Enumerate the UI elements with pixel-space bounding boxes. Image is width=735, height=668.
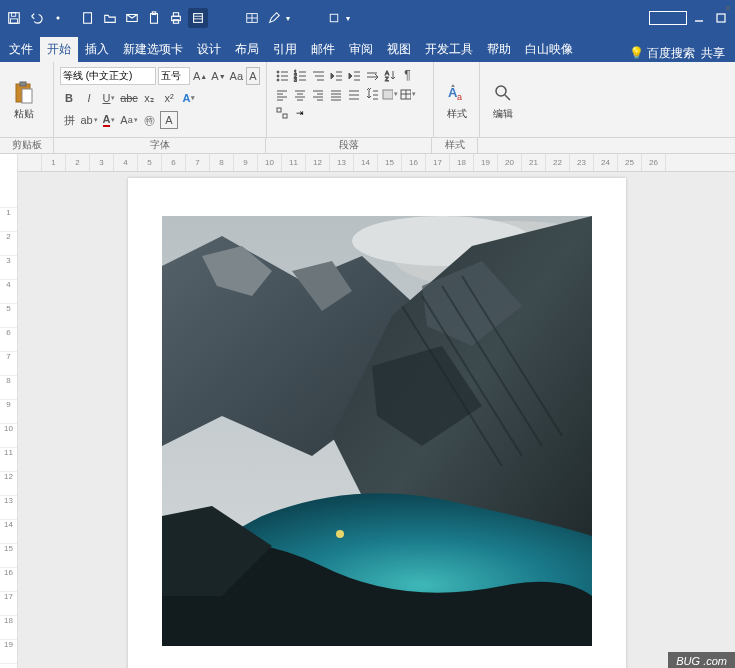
indent-dec-icon[interactable] xyxy=(327,66,344,83)
clipboard-icon[interactable] xyxy=(144,8,164,28)
reading-icon[interactable] xyxy=(188,8,208,28)
tab-file[interactable]: 文件 xyxy=(2,37,40,62)
mail-icon[interactable] xyxy=(122,8,142,28)
shrink-font-icon[interactable]: A▼ xyxy=(210,67,226,85)
multilevel-icon[interactable] xyxy=(309,66,326,83)
tab-mailings[interactable]: 邮件 xyxy=(304,37,342,62)
svg-line-79 xyxy=(505,95,510,100)
horizontal-ruler[interactable]: 1234567891011121314151617181920212223242… xyxy=(18,154,735,172)
document-canvas[interactable] xyxy=(18,154,735,668)
line-spacing-icon[interactable] xyxy=(363,85,380,102)
svg-text:a: a xyxy=(457,92,462,102)
font-size-input[interactable] xyxy=(158,67,190,85)
tab-custom[interactable]: 新建选项卡 xyxy=(116,37,190,62)
new-icon[interactable] xyxy=(78,8,98,28)
align-justify-icon[interactable] xyxy=(327,85,344,102)
svg-point-27 xyxy=(277,79,279,81)
vertical-ruler[interactable]: 12345678910111213141516171819 xyxy=(0,154,18,668)
indent-inc-icon[interactable] xyxy=(345,66,362,83)
title-bar: ▾ ▾ xyxy=(0,0,735,36)
grow-font-icon[interactable]: A▲ xyxy=(192,67,208,85)
italic-icon[interactable]: I xyxy=(80,89,98,107)
tab-help[interactable]: 帮助 xyxy=(480,37,518,62)
underline-icon[interactable]: U▾ xyxy=(100,89,118,107)
editing-button[interactable]: 编辑 xyxy=(486,64,520,137)
group-editing: 编辑 xyxy=(480,62,526,137)
change-case-icon[interactable]: Aa xyxy=(229,67,244,85)
showmarks-icon[interactable]: ¶ xyxy=(399,66,416,83)
document-area: 1234567891011121314151617181920212223242… xyxy=(0,154,735,668)
tab-insert[interactable]: 插入 xyxy=(78,37,116,62)
borders-icon[interactable]: ▾ xyxy=(399,85,416,102)
print-icon[interactable] xyxy=(166,8,186,28)
char-shading-icon[interactable]: Aa▾ xyxy=(120,111,138,129)
phonetic-icon[interactable]: 拼 xyxy=(60,111,78,129)
page xyxy=(128,178,626,668)
svg-rect-9 xyxy=(173,13,178,17)
align-left-icon[interactable] xyxy=(273,85,290,102)
font-color-icon[interactable]: A▾ xyxy=(100,111,118,129)
paste-button[interactable]: 粘贴 xyxy=(6,64,42,137)
strike-icon[interactable]: abc xyxy=(120,89,138,107)
svg-point-3 xyxy=(57,17,60,20)
win-icon[interactable] xyxy=(324,8,344,28)
tab-review[interactable]: 审阅 xyxy=(342,37,380,62)
svg-rect-19 xyxy=(717,14,725,22)
inserted-image[interactable] xyxy=(162,216,592,646)
svg-text:3: 3 xyxy=(294,77,297,82)
ltr-icon[interactable] xyxy=(363,66,380,83)
snap-icon[interactable] xyxy=(273,104,290,121)
bold-icon[interactable]: B xyxy=(60,89,78,107)
styles-button[interactable]: Aa 样式 xyxy=(440,64,473,137)
minimize-icon[interactable] xyxy=(689,8,709,28)
svg-point-23 xyxy=(277,71,279,73)
numbering-icon[interactable]: 123 xyxy=(291,66,308,83)
table-icon[interactable] xyxy=(242,8,262,28)
collapse-ribbon-icon[interactable]: × xyxy=(725,2,731,14)
superscript-icon[interactable]: x² xyxy=(160,89,178,107)
font-name-input[interactable] xyxy=(60,67,156,85)
svg-rect-74 xyxy=(277,108,281,112)
save-icon[interactable] xyxy=(4,8,24,28)
share-button[interactable]: 共享 xyxy=(701,45,725,62)
redo-icon[interactable] xyxy=(48,8,68,28)
sort-icon[interactable]: AZ xyxy=(381,66,398,83)
tab-layout[interactable]: 布局 xyxy=(228,37,266,62)
svg-rect-11 xyxy=(194,14,203,23)
window-title-placeholder xyxy=(649,11,687,25)
open-icon[interactable] xyxy=(100,8,120,28)
svg-point-25 xyxy=(277,75,279,77)
align-right-icon[interactable] xyxy=(309,85,326,102)
svg-rect-6 xyxy=(151,14,158,24)
enclose-icon[interactable]: ㊕ xyxy=(140,111,158,129)
shading-icon[interactable]: ▾ xyxy=(381,85,398,102)
svg-rect-10 xyxy=(173,20,178,24)
svg-rect-22 xyxy=(22,89,32,103)
tab-view[interactable]: 视图 xyxy=(380,37,418,62)
svg-rect-75 xyxy=(283,114,287,118)
bullets-icon[interactable] xyxy=(273,66,290,83)
clear-format-icon[interactable]: A xyxy=(246,67,260,85)
tab-references[interactable]: 引用 xyxy=(266,37,304,62)
align-center-icon[interactable] xyxy=(291,85,308,102)
align-dist-icon[interactable] xyxy=(345,85,362,102)
group-clipboard: 粘贴 xyxy=(0,62,54,137)
text-effects-icon[interactable]: A▾ xyxy=(180,89,198,107)
char-border-icon[interactable]: A xyxy=(160,111,178,129)
svg-point-78 xyxy=(496,86,506,96)
svg-rect-4 xyxy=(84,13,92,24)
tell-me[interactable]: 💡 百度搜索 xyxy=(629,45,695,62)
svg-rect-17 xyxy=(330,14,338,22)
tab-home[interactable]: 开始 xyxy=(40,37,78,62)
group-styles: Aa 样式 xyxy=(434,62,480,137)
tab-addin[interactable]: 白山映像 xyxy=(518,37,580,62)
svg-rect-70 xyxy=(383,90,393,99)
undo-icon[interactable] xyxy=(26,8,46,28)
tabs-icon[interactable]: ⇥ xyxy=(291,104,308,121)
highlight-icon[interactable]: ab▾ xyxy=(80,111,98,129)
pencil-icon[interactable] xyxy=(264,8,284,28)
subscript-icon[interactable]: x₂ xyxy=(140,89,158,107)
svg-rect-2 xyxy=(11,19,18,23)
tab-developer[interactable]: 开发工具 xyxy=(418,37,480,62)
tab-design[interactable]: 设计 xyxy=(190,37,228,62)
